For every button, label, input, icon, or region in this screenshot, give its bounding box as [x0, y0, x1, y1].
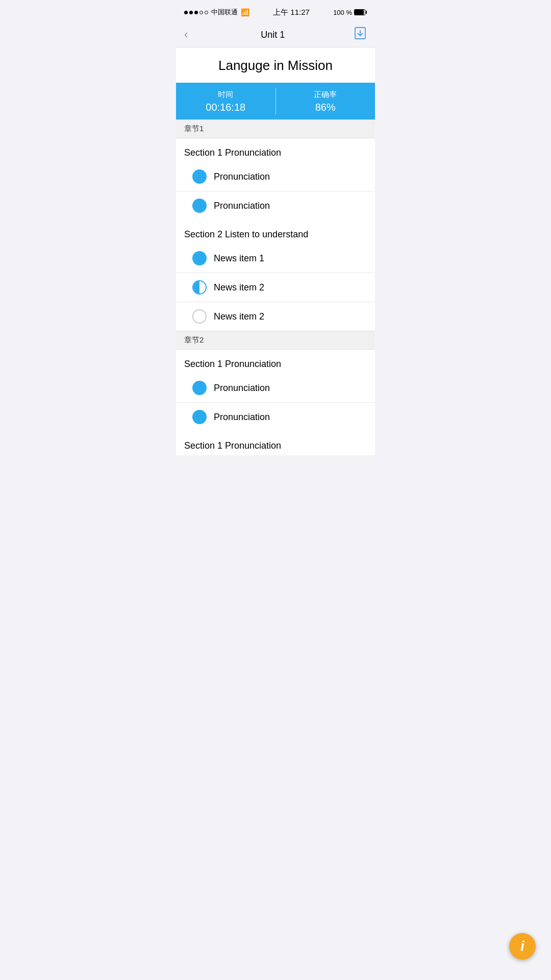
item-label: Pronunciation — [214, 412, 270, 423]
stats-accuracy-label: 正确率 — [276, 90, 375, 100]
signal-dot-5 — [205, 11, 208, 14]
circle-full-icon — [192, 381, 207, 395]
section-title-1-2: Section 2 Listen to understand — [176, 220, 375, 244]
item-label: Pronunciation — [214, 383, 270, 394]
item-label: Pronunciation — [214, 172, 270, 182]
stats-time: 时间 00:16:18 — [176, 83, 276, 119]
circle-half-icon — [192, 280, 207, 295]
back-button[interactable]: ‹ — [184, 27, 192, 42]
page-title: Languge in Mission — [176, 47, 375, 83]
section-block-1-2: Section 2 Listen to understandNews item … — [176, 220, 375, 331]
nav-title: Unit 1 — [261, 30, 285, 40]
circle-full-icon — [192, 251, 207, 265]
signal-dots — [184, 11, 208, 14]
section-title-1-1: Section 1 Pronunciation — [176, 138, 375, 162]
chapter-header-2: 章节2 — [176, 331, 375, 350]
battery-icon — [354, 9, 367, 15]
item-label: News item 2 — [214, 282, 264, 293]
list-item[interactable]: Pronunciation — [176, 162, 375, 191]
list-item[interactable]: Pronunciation — [176, 191, 375, 220]
battery-fill — [355, 10, 364, 15]
status-bar: 中国联通 📶 上午 11:27 100 % — [176, 0, 375, 22]
section-block-1-1: Section 1 PronunciationPronunciationPron… — [176, 138, 375, 220]
stats-accuracy-value: 86% — [276, 102, 375, 113]
battery-body — [354, 9, 365, 15]
stats-accuracy: 正确率 86% — [276, 83, 375, 119]
section-block-2-2: Section 1 Pronunciation — [176, 431, 375, 455]
list-item[interactable]: News item 1 — [176, 244, 375, 273]
section-title-2-2: Section 1 Pronunciation — [176, 431, 375, 455]
stats-bar: 时间 00:16:18 正确率 86% — [176, 83, 375, 119]
signal-dot-2 — [189, 11, 193, 14]
status-time: 上午 11:27 — [273, 8, 310, 17]
item-label: News item 1 — [214, 253, 264, 264]
download-button[interactable] — [354, 27, 367, 43]
circle-full-icon — [192, 169, 207, 184]
section-block-2-1: Section 1 PronunciationPronunciationPron… — [176, 350, 375, 431]
signal-dot-4 — [199, 11, 203, 14]
stats-time-label: 时间 — [176, 90, 276, 100]
circle-full-icon — [192, 410, 207, 424]
circle-full-icon — [192, 199, 207, 213]
status-right: 100 % — [333, 9, 367, 16]
chapters-container: 章节1Section 1 PronunciationPronunciationP… — [176, 119, 375, 455]
list-item[interactable]: Pronunciation — [176, 403, 375, 431]
list-item[interactable]: News item 2 — [176, 273, 375, 302]
chapter-header-1: 章节1 — [176, 119, 375, 138]
download-icon — [354, 27, 367, 40]
status-left: 中国联通 📶 — [184, 8, 249, 17]
item-label: News item 2 — [214, 311, 264, 322]
item-label: Pronunciation — [214, 201, 270, 211]
stats-time-value: 00:16:18 — [176, 102, 276, 113]
section-title-2-1: Section 1 Pronunciation — [176, 350, 375, 374]
carrier-text: 中国联通 — [211, 8, 238, 17]
nav-bar: ‹ Unit 1 — [176, 22, 375, 47]
circle-empty-icon — [192, 309, 207, 324]
battery-tip — [366, 11, 367, 14]
signal-dot-3 — [194, 11, 198, 14]
battery-text: 100 % — [333, 9, 352, 16]
list-item[interactable]: News item 2 — [176, 302, 375, 331]
list-item[interactable]: Pronunciation — [176, 374, 375, 403]
signal-dot-1 — [184, 11, 188, 14]
wifi-icon: 📶 — [241, 8, 249, 16]
